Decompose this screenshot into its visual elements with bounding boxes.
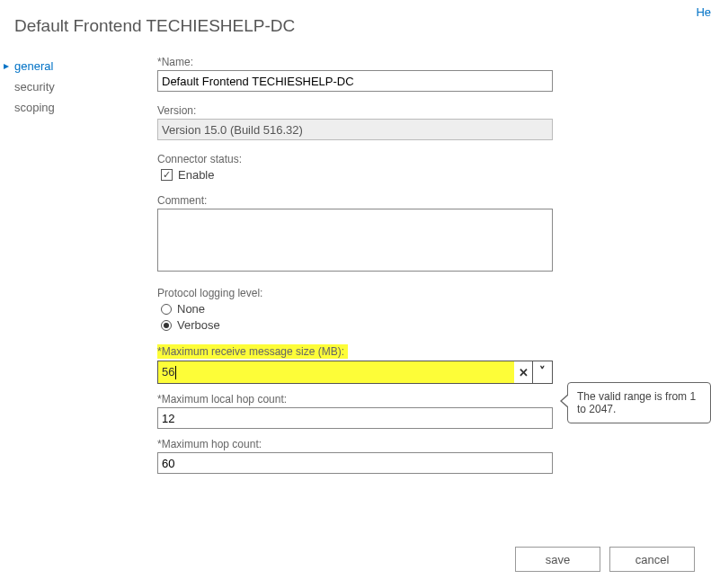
version-label: Version: [157, 104, 693, 117]
max-receive-label: *Maximum receive message size (MB): [157, 344, 348, 359]
max-local-hop-input[interactable] [157, 407, 553, 429]
sidebar-item-general[interactable]: general [14, 56, 157, 76]
footer: save cancel [515, 547, 695, 572]
name-input[interactable] [157, 70, 553, 92]
cancel-button[interactable]: cancel [609, 547, 695, 572]
validation-callout: The valid range is from 1 to 2047. [567, 382, 711, 423]
help-link[interactable]: He [696, 5, 711, 19]
comment-label: Comment: [157, 194, 693, 207]
sidebar-item-scoping[interactable]: scoping [14, 97, 157, 118]
version-value: Version 15.0 (Build 516.32) [157, 119, 553, 140]
sidebar-item-security[interactable]: security [14, 76, 157, 97]
save-button[interactable]: save [515, 547, 600, 572]
radio-none[interactable] [161, 304, 172, 315]
radio-verbose-label: Verbose [177, 318, 220, 332]
combo-clear-icon[interactable]: ✕ [514, 366, 532, 379]
radio-none-label: None [177, 302, 205, 316]
sidebar: general security scoping [0, 56, 157, 486]
max-receive-combo[interactable]: 56 ✕ ˅ [157, 361, 553, 384]
connector-status-label: Connector status: [157, 153, 693, 165]
enable-checkbox-label: Enable [178, 168, 214, 182]
max-receive-value[interactable]: 56 [158, 361, 514, 383]
comment-textarea[interactable] [157, 209, 553, 272]
page-title: Default Frontend TECHIESHELP-DC [0, 0, 711, 36]
enable-checkbox[interactable]: ✓ [161, 169, 173, 181]
logging-level-label: Protocol logging level: [157, 287, 693, 299]
name-label: *Name: [157, 56, 693, 68]
combo-dropdown-icon[interactable]: ˅ [532, 361, 552, 383]
max-hop-input[interactable] [157, 452, 553, 474]
max-hop-label: *Maximum hop count: [157, 438, 693, 450]
radio-verbose[interactable] [161, 320, 172, 331]
